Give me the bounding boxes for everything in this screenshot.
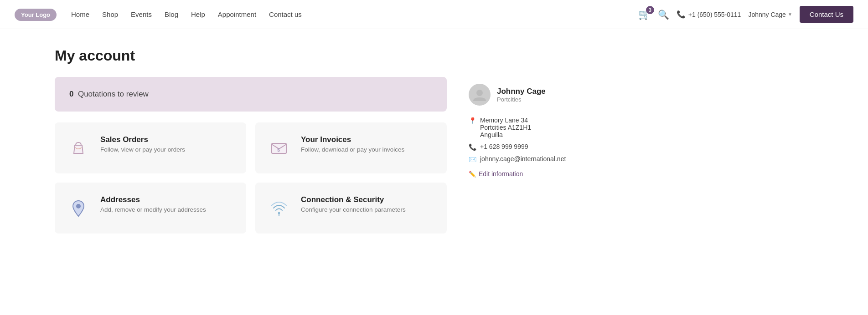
main-layout: My account 0 Quotations to review (0, 29, 868, 252)
edit-info-label: Edit information (479, 170, 523, 178)
nav-item-contact[interactable]: Contact us (269, 10, 302, 19)
quotations-label: Quotations to review (78, 90, 149, 98)
addresses-desc: Add, remove or modify your addresses (100, 206, 206, 213)
addresses-card[interactable]: Addresses Add, remove or modify your add… (55, 183, 246, 234)
nav-item-help[interactable]: Help (191, 10, 205, 19)
invoices-icon: $ (266, 135, 292, 161)
address-detail: 📍 Memory Lane 34 Portcities A1Z1H1 Angui… (469, 117, 596, 138)
svg-text:$: $ (277, 147, 280, 152)
profile-details: 📍 Memory Lane 34 Portcities A1Z1H1 Angui… (469, 117, 596, 163)
address-line3: Anguilla (480, 131, 531, 138)
phone-detail: 📞 +1 628 999 9999 (469, 143, 596, 151)
invoices-card[interactable]: $ Your Invoices Follow, download or pay … (255, 122, 447, 173)
sales-orders-title: Sales Orders (100, 135, 185, 144)
sidebar-company: Portcities (497, 96, 546, 103)
quotations-banner[interactable]: 0 Quotations to review (55, 77, 447, 112)
phone-icon: 📞 (677, 10, 686, 19)
user-name-nav: Johnny Cage (748, 11, 786, 18)
sidebar-email: johnny.cage@international.net (480, 155, 566, 163)
security-desc: Configure your connection parameters (301, 206, 406, 213)
sales-orders-icon (66, 135, 91, 161)
nav-item-appointment[interactable]: Appointment (218, 10, 256, 19)
email-detail: ✉️ johnny.cage@international.net (469, 155, 596, 163)
user-profile: Johnny Cage Portcities (469, 84, 596, 106)
addresses-icon (66, 195, 91, 221)
logo[interactable]: Your Logo (15, 9, 57, 21)
addresses-title: Addresses (100, 195, 206, 204)
security-title: Connection & Security (301, 195, 406, 204)
card-grid: Sales Orders Follow, view or pay your or… (55, 122, 447, 234)
svg-point-2 (76, 204, 81, 208)
address-line1: Memory Lane 34 (480, 117, 531, 124)
page-title: My account (55, 47, 447, 64)
logo-wrap: Your Logo (15, 10, 57, 19)
cart-button[interactable]: 🛒 3 (638, 9, 651, 20)
avatar (469, 84, 491, 106)
nav-links: Home Shop Events Blog Help Appointment C… (71, 10, 638, 19)
sidebar-user-name: Johnny Cage (497, 87, 546, 96)
invoices-title: Your Invoices (301, 135, 404, 144)
contact-us-button[interactable]: Contact Us (800, 6, 853, 23)
chevron-down-icon: ▼ (788, 12, 792, 17)
nav-item-home[interactable]: Home (71, 10, 89, 19)
location-icon: 📍 (469, 117, 476, 124)
nav-item-events[interactable]: Events (131, 10, 152, 19)
quotations-text: 0 Quotations to review (69, 90, 149, 98)
sales-orders-desc: Follow, view or pay your orders (100, 146, 185, 153)
user-dropdown[interactable]: Johnny Cage ▼ (748, 11, 792, 18)
edit-info-link[interactable]: ✏️ Edit information (469, 170, 596, 178)
pencil-icon: ✏️ (469, 171, 476, 178)
sales-orders-card[interactable]: Sales Orders Follow, view or pay your or… (55, 122, 246, 173)
email-icon: ✉️ (469, 156, 476, 163)
address-line2: Portcities A1Z1H1 (480, 124, 531, 131)
svg-point-5 (476, 90, 483, 96)
quotations-count: 0 (69, 90, 73, 98)
phone-detail-icon: 📞 (469, 143, 476, 151)
nav-item-shop[interactable]: Shop (102, 10, 118, 19)
search-icon: 🔍 (658, 10, 669, 20)
sidebar: Johnny Cage Portcities 📍 Memory Lane 34 … (469, 47, 596, 234)
nav-item-blog[interactable]: Blog (165, 10, 178, 19)
navbar: Your Logo Home Shop Events Blog Help App… (0, 0, 868, 29)
cart-badge: 3 (646, 6, 654, 14)
invoices-desc: Follow, download or pay your invoices (301, 146, 404, 153)
nav-right: 🛒 3 🔍 📞 +1 (650) 555-0111 Johnny Cage ▼ … (638, 6, 853, 23)
security-card[interactable]: Connection & Security Configure your con… (255, 183, 447, 234)
search-button[interactable]: 🔍 (658, 9, 669, 20)
phone-number: +1 (650) 555-0111 (688, 11, 741, 18)
security-icon (266, 195, 292, 221)
content-area: My account 0 Quotations to review (55, 47, 447, 234)
phone-area: 📞 +1 (650) 555-0111 (677, 10, 741, 19)
sidebar-phone: +1 628 999 9999 (480, 143, 528, 150)
